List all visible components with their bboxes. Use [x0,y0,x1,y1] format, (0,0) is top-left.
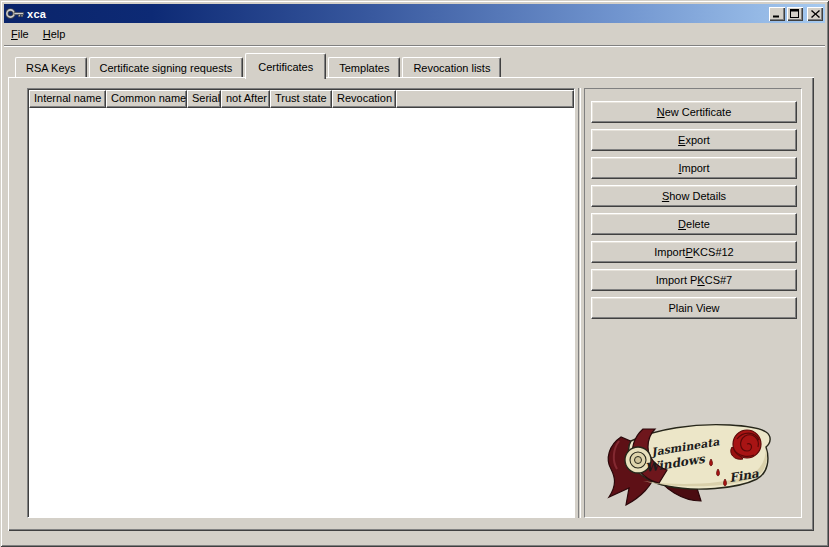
splitter-handle[interactable] [578,88,581,518]
tab-templates[interactable]: Templates [328,57,400,77]
plain-view-button[interactable]: Plain View [591,297,797,319]
certificate-list-body[interactable] [29,108,573,516]
column-header-revocation[interactable]: Revocation [332,90,396,108]
minimize-button[interactable] [769,7,785,21]
titlebar[interactable]: xca [4,4,825,23]
tab-bar: RSA Keys Certificate signing requests Ce… [15,53,503,79]
column-header-serial[interactable]: Serial [187,90,221,108]
show-details-button[interactable]: Show Details [591,185,797,207]
minimize-icon [772,9,782,18]
key-icon [6,7,24,20]
import-pkcs7-button[interactable]: Import PKCS#7 [591,269,797,291]
certificates-tab-panel: Internal name Common name Serial not Aft… [8,77,814,531]
maximize-button[interactable] [787,7,803,21]
menu-file[interactable]: File [4,25,36,44]
certificate-list[interactable]: Internal name Common name Serial not Aft… [27,88,575,518]
close-button[interactable] [807,7,823,21]
close-icon [811,10,820,18]
column-header-internal-name[interactable]: Internal name [29,90,106,108]
xca-scroll-logo: Jasmineata Windows Fina [599,415,791,511]
import-button[interactable]: Import [591,157,797,179]
window-title: xca [27,8,46,20]
menubar: File Help [4,23,825,45]
column-header-row: Internal name Common name Serial not Aft… [29,90,574,108]
column-header-trust-state[interactable]: Trust state [270,90,332,108]
column-header-filler [396,90,574,108]
tab-rsa-keys[interactable]: RSA Keys [15,57,87,77]
column-header-common-name[interactable]: Common name [106,90,187,108]
action-panel: New Certificate Export Import Show Detai… [584,88,802,518]
tab-revocation-lists[interactable]: Revocation lists [402,57,501,77]
import-pkcs12-button[interactable]: Import PKCS#12 [591,241,797,263]
column-header-not-after[interactable]: not After [221,90,270,108]
export-button[interactable]: Export [591,129,797,151]
new-certificate-button[interactable]: New Certificate [591,101,797,123]
window-controls [767,7,823,21]
xca-window: xca File Help R [0,0,829,547]
menu-separator [4,45,825,47]
menu-help[interactable]: Help [36,25,73,44]
tab-certificates[interactable]: Certificates [245,53,326,79]
delete-button[interactable]: Delete [591,213,797,235]
maximize-icon [790,9,800,18]
tab-certificate-signing-requests[interactable]: Certificate signing requests [89,57,244,77]
